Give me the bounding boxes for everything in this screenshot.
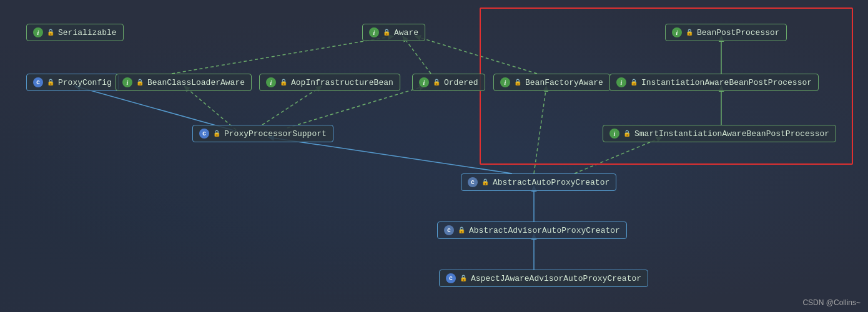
svg-line-8: [287, 86, 425, 128]
abstract-class-icon: c: [444, 225, 454, 235]
node-abstractautoproxycreator: c 🔒 AbstractAutoProxyCreator: [461, 173, 616, 191]
node-instantiationawarebpp: i 🔒 InstantiationAwareBeanPostProcessor: [609, 74, 819, 91]
node-ordered: i 🔒 Ordered: [412, 74, 485, 91]
svg-line-9: [269, 137, 512, 173]
node-label: BeanClassLoaderAware: [147, 78, 245, 87]
class-icon: c: [199, 129, 209, 139]
node-label: Aware: [394, 28, 418, 37]
node-abstractadvisorautoproxycreator: c 🔒 AbstractAdvisorAutoProxyCreator: [437, 222, 627, 239]
interface-icon: i: [122, 77, 132, 87]
lock-icon: 🔒: [458, 227, 465, 234]
class-icon: c: [446, 273, 456, 283]
node-label: Serializable: [58, 28, 117, 37]
node-smartinstantiationawarebpp: i 🔒 SmartInstantiationAwareBeanPostProce…: [603, 125, 836, 142]
node-label: ProxyProcessorSupport: [224, 129, 327, 139]
lock-icon: 🔒: [623, 130, 631, 137]
node-label: AbstractAutoProxyCreator: [493, 178, 609, 187]
node-label: BeanFactoryAware: [525, 78, 603, 87]
node-label: ProxyConfig: [58, 78, 112, 87]
interface-icon: i: [33, 27, 43, 37]
lock-icon: 🔒: [514, 79, 521, 86]
watermark: CSDN @Collins~: [802, 298, 861, 307]
node-label: SmartInstantiationAwareBeanPostProcessor: [634, 129, 829, 139]
lock-icon: 🔒: [630, 79, 638, 86]
interface-icon: i: [672, 27, 682, 37]
interface-icon: i: [419, 77, 429, 87]
node-beanclassloaderaware: i 🔒 BeanClassLoaderAware: [116, 74, 252, 91]
interface-icon: i: [609, 129, 619, 139]
node-aware: i 🔒 Aware: [362, 24, 425, 41]
interface-icon: i: [369, 27, 379, 37]
node-serializable: i 🔒 Serializable: [26, 24, 124, 41]
svg-line-1: [403, 36, 431, 74]
abstract-class-icon: c: [468, 177, 478, 187]
node-label: AspectJAwareAdvisorAutoProxyCreator: [471, 274, 641, 283]
interface-icon: i: [500, 77, 510, 87]
interface-icon: i: [616, 77, 626, 87]
lock-icon: 🔒: [460, 275, 467, 282]
node-proxyconfig: c 🔒 ProxyConfig: [26, 74, 119, 91]
node-proxyprocessorsupport: c 🔒 ProxyProcessorSupport: [192, 125, 333, 142]
svg-line-0: [172, 36, 393, 74]
node-beanfactoryaware: i 🔒 BeanFactoryAware: [493, 74, 610, 91]
node-label: AopInfrastructureBean: [291, 78, 393, 87]
lock-icon: 🔒: [47, 29, 54, 36]
lock-icon: 🔒: [481, 178, 489, 186]
lock-icon: 🔒: [686, 29, 693, 36]
lock-icon: 🔒: [280, 79, 287, 86]
node-label: Ordered: [444, 78, 478, 87]
lock-icon: 🔒: [136, 79, 144, 86]
node-label: InstantiationAwareBeanPostProcessor: [641, 78, 812, 87]
svg-line-6: [184, 86, 236, 130]
diagram-container: i 🔒 Serializable i 🔒 Aware i 🔒 BeanPostP…: [0, 0, 868, 312]
lock-icon: 🔒: [47, 79, 54, 86]
node-label: BeanPostProcessor: [697, 28, 780, 37]
svg-line-7: [262, 86, 322, 125]
lock-icon: 🔒: [213, 130, 220, 137]
lock-icon: 🔒: [433, 79, 440, 86]
node-label: AbstractAdvisorAutoProxyCreator: [469, 226, 620, 235]
interface-icon: i: [266, 77, 276, 87]
node-aspectjawareadvisorautoproxycreator: c 🔒 AspectJAwareAdvisorAutoProxyCreator: [439, 270, 648, 287]
lock-icon: 🔒: [383, 29, 390, 36]
node-aopinfrastructurebean: i 🔒 AopInfrastructureBean: [259, 74, 400, 91]
class-icon: c: [33, 77, 43, 87]
node-beanpostprocessor: i 🔒 BeanPostProcessor: [665, 24, 787, 41]
